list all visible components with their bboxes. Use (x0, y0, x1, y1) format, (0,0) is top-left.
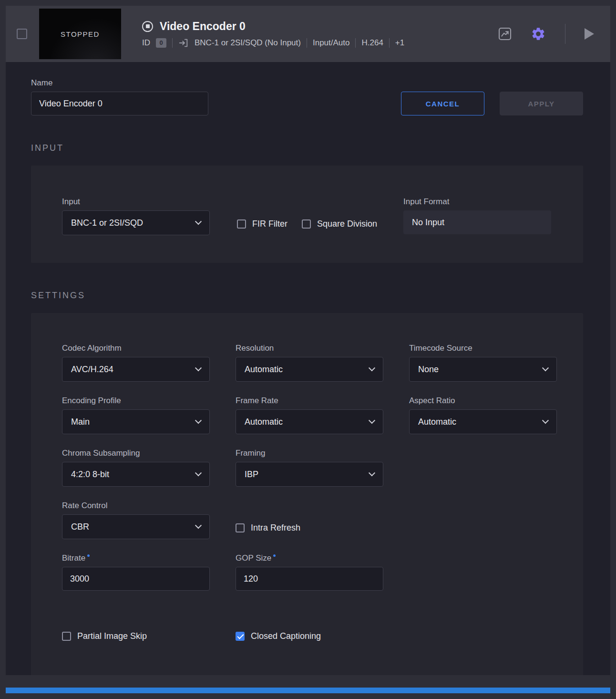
apply-button[interactable]: APPLY (500, 92, 583, 115)
rate-control-field: Rate Control CBR (62, 501, 210, 539)
header-divider (565, 24, 565, 44)
chevron-down-icon (542, 417, 549, 424)
encoder-config-panel: STOPPED Video Encoder 0 ID 0 BNC-1 or 2S… (0, 0, 616, 699)
aspect-ratio-label: Aspect Ratio (409, 396, 557, 406)
input-checkbox-group: FIR Filter Square Division (237, 219, 377, 229)
header-text: Video Encoder 0 ID 0 BNC-1 or 2SI/SQD (N… (142, 20, 404, 48)
frame-rate-label: Frame Rate (236, 396, 383, 406)
frame-rate-select[interactable]: Automatic (236, 409, 383, 434)
chroma-subsampling-select[interactable]: 4:2:0 8-bit (62, 462, 210, 487)
input-field: Input BNC-1 or 2SI/SQD (62, 197, 210, 235)
page-title: Video Encoder 0 (160, 20, 246, 33)
aspect-ratio-select[interactable]: Automatic (409, 409, 557, 434)
name-label: Name (31, 78, 179, 88)
bitrate-field: Bitrate (62, 553, 210, 591)
encoding-profile-select[interactable]: Main (62, 409, 210, 434)
chevron-down-icon (369, 417, 375, 424)
required-indicator (87, 554, 90, 557)
action-buttons: CANCEL APPLY (401, 92, 583, 115)
id-label: ID (142, 38, 150, 48)
timecode-source-label: Timecode Source (409, 344, 557, 353)
thumbnail-status-label: STOPPED (61, 30, 100, 38)
fir-filter-checkbox[interactable]: FIR Filter (237, 219, 287, 229)
settings-button[interactable] (529, 24, 548, 43)
intra-refresh-checkbox[interactable]: Intra Refresh (236, 523, 383, 533)
cancel-button[interactable]: CANCEL (401, 92, 484, 115)
separator (355, 38, 356, 48)
square-division-checkbox[interactable]: Square Division (302, 219, 377, 229)
codec-label: H.264 (361, 38, 383, 48)
codec-algorithm-field: Codec Algorithm AVC/H.264 (62, 344, 210, 382)
settings-section-heading: SETTINGS (31, 291, 583, 301)
checkbox-icon (62, 632, 71, 641)
preview-thumbnail: STOPPED (39, 9, 121, 59)
input-format-label: Input Format (403, 197, 551, 207)
main-content: Name CANCEL APPLY INPUT Input BNC-1 or 2… (6, 62, 610, 675)
gop-size-label: GOP Size (236, 553, 271, 563)
input-format-value: No Input (403, 210, 551, 234)
required-indicator (273, 554, 276, 557)
separator (389, 38, 390, 48)
timecode-source-field: Timecode Source None (409, 344, 557, 382)
input-card: Input BNC-1 or 2SI/SQD FIR Filter Square… (31, 166, 583, 263)
start-encoder-button[interactable] (583, 26, 596, 42)
footer-accent-bar (6, 688, 610, 693)
rate-control-label: Rate Control (62, 501, 210, 511)
input-format-field: Input Format No Input (403, 197, 551, 234)
framing-select[interactable]: IBP (236, 462, 383, 487)
checkbox-icon (236, 632, 245, 641)
chevron-down-icon (542, 365, 549, 371)
resolution-select[interactable]: Automatic (236, 357, 383, 382)
chevron-down-icon (369, 469, 375, 476)
frame-rate-field: Frame Rate Automatic (236, 396, 383, 434)
framing-label: Framing (236, 449, 383, 458)
bitrate-input[interactable] (62, 567, 210, 591)
chroma-subsampling-label: Chroma Subsampling (62, 449, 210, 458)
header: STOPPED Video Encoder 0 ID 0 BNC-1 or 2S… (6, 6, 610, 62)
resolution-label: Resolution (236, 344, 383, 353)
input-select[interactable]: BNC-1 or 2SI/SQD (62, 210, 210, 235)
chevron-down-icon (195, 417, 202, 424)
extra-count-label: +1 (395, 38, 404, 48)
checkbox-icon (236, 523, 245, 532)
input-label: Input (62, 197, 210, 207)
chroma-subsampling-field: Chroma Subsampling 4:2:0 8-bit (62, 449, 210, 487)
codec-algorithm-label: Codec Algorithm (62, 344, 210, 353)
id-badge: 0 (156, 38, 166, 48)
partial-image-skip-checkbox[interactable]: Partial Image Skip (62, 631, 210, 641)
framing-field: Framing IBP (236, 449, 383, 487)
aspect-ratio-field: Aspect Ratio Automatic (409, 396, 557, 434)
square-division-label: Square Division (317, 219, 377, 229)
name-row: Name CANCEL APPLY (31, 78, 583, 115)
stopped-status-icon (142, 21, 153, 32)
mode-label: Input/Auto (313, 38, 350, 48)
encoder-select-checkbox[interactable] (17, 29, 27, 39)
play-icon (585, 28, 594, 40)
timecode-source-select[interactable]: None (409, 357, 557, 382)
rate-control-select[interactable]: CBR (62, 514, 210, 539)
input-section-heading: INPUT (31, 143, 583, 153)
chevron-down-icon (195, 218, 202, 225)
partial-image-skip-label: Partial Image Skip (77, 631, 147, 641)
encoding-profile-label: Encoding Profile (62, 396, 210, 406)
bitrate-label: Bitrate (62, 553, 85, 563)
checkbox-icon (237, 219, 246, 229)
intra-refresh-label: Intra Refresh (251, 523, 300, 533)
name-input[interactable] (31, 92, 208, 115)
chevron-down-icon (195, 522, 202, 529)
separator (307, 38, 307, 48)
resolution-field: Resolution Automatic (236, 344, 383, 382)
settings-gear-icon (531, 26, 546, 42)
gop-size-field: GOP Size (236, 553, 383, 591)
analytics-button[interactable] (495, 24, 514, 43)
input-summary: BNC-1 or 2SI/SQD (No Input) (195, 38, 301, 48)
closed-captioning-checkbox[interactable]: Closed Captioning (236, 631, 383, 641)
gop-size-input[interactable] (236, 567, 383, 591)
chevron-down-icon (195, 469, 202, 476)
chevron-down-icon (195, 365, 202, 371)
closed-captioning-label: Closed Captioning (251, 631, 321, 641)
fir-filter-label: FIR Filter (252, 219, 287, 229)
separator (172, 38, 173, 48)
codec-algorithm-select[interactable]: AVC/H.264 (62, 357, 210, 382)
settings-card: Codec Algorithm AVC/H.264 Resolution Aut… (31, 313, 583, 675)
